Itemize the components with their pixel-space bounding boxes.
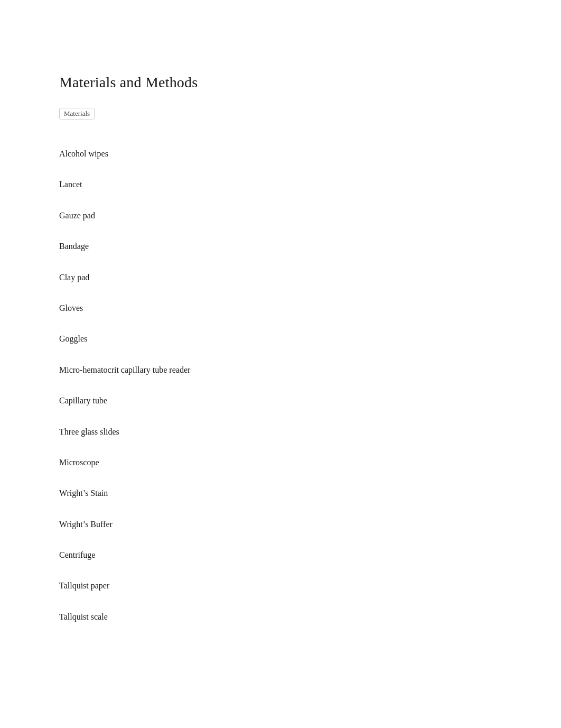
list-item: Lancet (59, 169, 370, 200)
list-item: Three glass slides (59, 417, 370, 447)
list-item: Microscope (59, 447, 370, 478)
list-item: Wright’s Stain (59, 478, 370, 509)
list-item: Alcohol wipes (59, 139, 370, 169)
materials-list: Alcohol wipesLancetGauze padBandageClay … (59, 139, 370, 632)
list-item: Capillary tube (59, 385, 370, 416)
list-item: Tallquist scale (59, 602, 370, 632)
list-item: Clay pad (59, 262, 370, 293)
list-item: Tallquist paper (59, 570, 370, 601)
page-title: Materials and Methods (59, 74, 370, 91)
list-item: Bandage (59, 231, 370, 262)
list-item: Centrifuge (59, 540, 370, 570)
list-item: Gauze pad (59, 200, 370, 231)
page-container: Materials and Methods Materials Alcohol … (0, 0, 370, 675)
list-item: Gloves (59, 293, 370, 324)
list-item: Goggles (59, 324, 370, 354)
list-item: Wright’s Buffer (59, 509, 370, 540)
materials-badge: Materials (59, 108, 95, 119)
list-item: Micro-hematocrit capillary tube reader (59, 355, 370, 385)
